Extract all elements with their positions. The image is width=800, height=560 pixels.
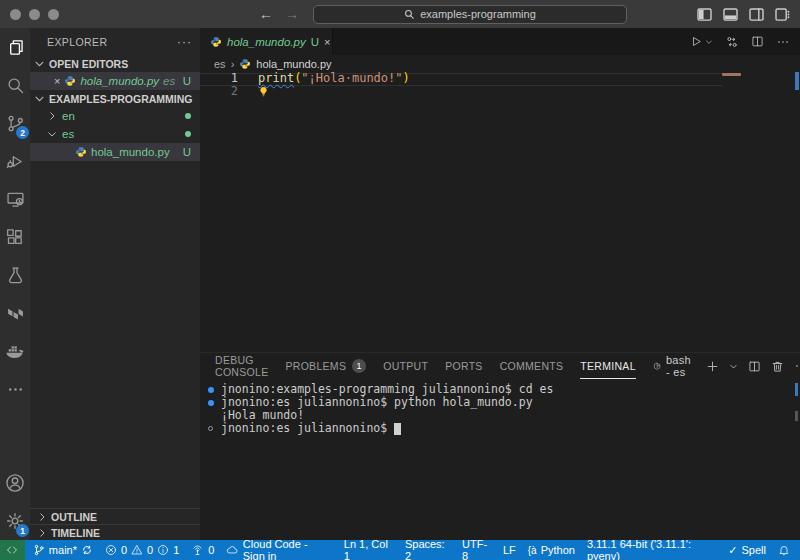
toggle-secondary-sidebar-icon[interactable] — [749, 8, 764, 21]
close-window-button[interactable] — [10, 9, 21, 20]
panel-more-actions-icon[interactable] — [794, 359, 800, 373]
timeline-section[interactable]: TIMELINE — [30, 524, 200, 540]
close-tab-icon[interactable]: × — [324, 36, 330, 48]
accounts-icon[interactable] — [0, 464, 30, 502]
window-controls — [10, 9, 59, 20]
open-editor-folder: es — [163, 75, 175, 87]
open-editor-filename: hola_mundo.py — [80, 75, 159, 87]
tab-debug-console[interactable]: DEBUG CONSOLE — [215, 353, 268, 379]
git-branch-status[interactable]: main* — [27, 540, 99, 560]
extensions-icon[interactable] — [0, 218, 30, 256]
chevron-down-icon — [46, 128, 58, 140]
lightbulb-icon[interactable] — [258, 86, 269, 98]
editor-more-actions-icon[interactable] — [776, 35, 790, 49]
docker-icon[interactable] — [0, 332, 30, 370]
status-bar: main* 0 0 1 0 Cloud Code - Sign in Ln 1, — [0, 540, 800, 560]
eol-status[interactable]: LF — [497, 540, 522, 560]
close-icon[interactable]: × — [54, 75, 60, 87]
spell-checker-status[interactable]: ✓ Spell — [722, 540, 772, 560]
command-center-search[interactable]: examples-programming — [313, 5, 627, 24]
command-decoration-prompt[interactable] — [208, 426, 221, 431]
tab-terminal[interactable]: TERMINAL — [580, 353, 636, 379]
kill-terminal-icon[interactable] — [771, 360, 784, 373]
terminal-output[interactable]: jnonino:examples-programming juliannonin… — [200, 379, 800, 435]
folder-row-en[interactable]: en — [30, 107, 200, 125]
panel-tab-bar: DEBUG CONSOLE PROBLEMS 1 OUTPUT PORTS CO… — [200, 353, 800, 379]
terminal-cursor — [394, 423, 401, 435]
language-mode-icon: {à — [528, 545, 537, 556]
run-debug-icon[interactable] — [0, 142, 30, 180]
open-editors-section[interactable]: OPEN EDITORS — [30, 55, 200, 72]
command-decoration-success[interactable] — [208, 400, 221, 406]
tab-problems[interactable]: PROBLEMS 1 — [285, 353, 366, 379]
cloud-code-signin[interactable]: Cloud Code - Sign in — [220, 540, 337, 560]
open-changes-icon[interactable] — [725, 35, 739, 49]
python-interpreter[interactable]: 3.11.1 64-bit ('3.11.1': pyenv) — [581, 540, 722, 560]
command-decoration-success[interactable] — [208, 387, 221, 393]
outline-section[interactable]: OUTLINE — [30, 508, 200, 524]
zoom-window-button[interactable] — [48, 9, 59, 20]
new-terminal-icon[interactable] — [706, 360, 719, 373]
code-editor[interactable]: 1 print("¡Hola·mundo!") 2 — [200, 72, 800, 352]
python-file-icon — [210, 36, 222, 48]
remote-indicator[interactable] — [0, 540, 25, 560]
outline-label: OUTLINE — [51, 511, 97, 523]
warning-icon — [131, 544, 143, 556]
code-line-1: print("¡Hola·mundo!") — [238, 72, 410, 85]
file-row-hola-mundo[interactable]: hola_mundo.py U — [30, 143, 200, 161]
sync-icon — [81, 544, 93, 556]
chevron-right-icon — [46, 110, 58, 122]
language-mode[interactable]: {à Python — [522, 540, 581, 560]
terminal-scroll-decoration — [795, 411, 798, 421]
split-editor-icon[interactable] — [751, 35, 764, 48]
source-control-icon[interactable]: 2 — [0, 104, 30, 142]
tab-ports[interactable]: PORTS — [445, 353, 482, 379]
remote-explorer-icon[interactable] — [0, 180, 30, 218]
forward-icon[interactable]: → — [285, 6, 299, 22]
indentation-status[interactable]: Spaces: 2 — [399, 540, 456, 560]
breadcrumb-file[interactable]: hola_mundo.py — [256, 58, 331, 70]
run-python-file-button[interactable] — [690, 35, 713, 48]
source-control-badge: 2 — [16, 126, 29, 139]
open-editor-item[interactable]: × hola_mundo.py es U — [30, 72, 200, 90]
python-file-icon — [64, 75, 76, 87]
file-name: hola_mundo.py — [91, 146, 170, 158]
encoding-status[interactable]: UTF-8 — [456, 540, 497, 560]
tab-comments[interactable]: COMMENTS — [500, 353, 564, 379]
chevron-down-icon — [33, 92, 46, 105]
search-sidebar-icon[interactable] — [0, 66, 30, 104]
forwarded-ports-status[interactable]: 0 — [185, 540, 220, 560]
customize-layout-icon[interactable] — [775, 8, 790, 21]
toggle-sidebar-icon[interactable] — [697, 8, 712, 21]
back-icon[interactable]: ← — [259, 6, 273, 22]
toggle-panel-icon[interactable] — [723, 8, 738, 21]
terraform-icon[interactable] — [0, 294, 30, 332]
check-icon: ✓ — [728, 544, 737, 557]
split-terminal-icon[interactable] — [748, 360, 761, 373]
broadcast-icon — [191, 544, 204, 556]
breadcrumb[interactable]: es › hola_mundo.py — [200, 55, 800, 72]
python-file-icon — [239, 58, 251, 70]
branch-icon — [33, 544, 45, 556]
error-icon — [105, 544, 117, 556]
testing-icon[interactable] — [0, 256, 30, 294]
folder-row-es[interactable]: es — [30, 125, 200, 143]
launch-profile-chevron-icon[interactable] — [729, 362, 738, 371]
notifications-bell[interactable] — [772, 540, 796, 560]
minimize-window-button[interactable] — [29, 9, 40, 20]
explorer-more-actions-icon[interactable]: ··· — [177, 35, 192, 49]
problems-status[interactable]: 0 0 1 — [99, 540, 185, 560]
tab-output[interactable]: OUTPUT — [383, 353, 428, 379]
tab-hola-mundo[interactable]: hola_mundo.py U × — [200, 28, 333, 55]
bottom-panel: DEBUG CONSOLE PROBLEMS 1 OUTPUT PORTS CO… — [200, 352, 800, 540]
breadcrumb-folder[interactable]: es — [214, 58, 226, 70]
git-modified-dot — [185, 131, 191, 137]
workspace-section[interactable]: EXAMPLES-PROGRAMMING — [30, 90, 200, 107]
explorer-icon[interactable] — [0, 28, 30, 66]
search-icon — [404, 9, 415, 20]
cursor-position[interactable]: Ln 1, Col 1 — [338, 540, 399, 560]
terminal-profile-selector[interactable]: bash - es — [653, 354, 696, 378]
git-modified-dot — [185, 113, 191, 119]
settings-gear-icon[interactable]: 1 — [0, 502, 30, 540]
more-views-icon[interactable] — [0, 370, 30, 408]
